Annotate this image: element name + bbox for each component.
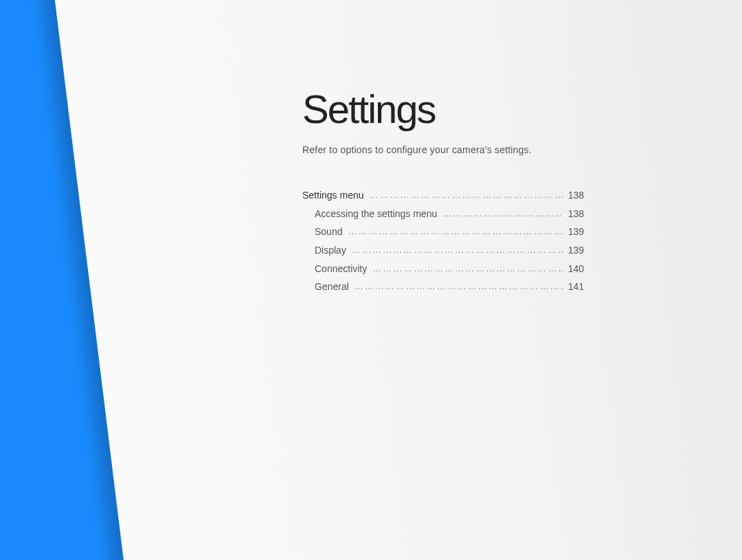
toc-item[interactable]: Sound 139 — [302, 223, 584, 241]
toc-section-label: Settings menu — [302, 186, 370, 205]
toc-item-label: Display — [302, 241, 352, 260]
page-subtitle: Refer to options to configure your camer… — [302, 144, 694, 155]
toc-section-page: 138 — [563, 186, 584, 205]
toc-item-page: 139 — [563, 241, 584, 260]
toc-item-label: General — [302, 278, 355, 296]
page-content: Settings Refer to options to configure y… — [302, 86, 694, 296]
toc-dots — [352, 242, 563, 259]
toc-dots — [348, 223, 562, 240]
toc-dots — [355, 278, 563, 295]
toc-item-page: 139 — [563, 223, 584, 241]
toc-item-page: 141 — [563, 278, 584, 296]
toc-item-page: 140 — [563, 260, 584, 278]
toc-item[interactable]: Connectivity 140 — [302, 260, 584, 278]
toc-item[interactable]: Display 139 — [302, 241, 584, 260]
toc-item[interactable]: Accessing the settings menu 138 — [302, 205, 584, 223]
toc-item-label: Connectivity — [302, 260, 372, 278]
page-title: Settings — [302, 86, 694, 132]
toc-item-label: Sound — [302, 223, 348, 241]
toc-section[interactable]: Settings menu 138 — [302, 186, 584, 205]
toc-item-label: Accessing the settings menu — [302, 205, 442, 223]
toc-dots — [442, 205, 562, 223]
toc-item[interactable]: General 141 — [302, 278, 584, 296]
toc-dots — [372, 260, 562, 278]
toc-item-page: 138 — [563, 205, 584, 223]
toc-dots — [370, 187, 563, 204]
table-of-contents: Settings menu 138 Accessing the settings… — [302, 186, 584, 296]
